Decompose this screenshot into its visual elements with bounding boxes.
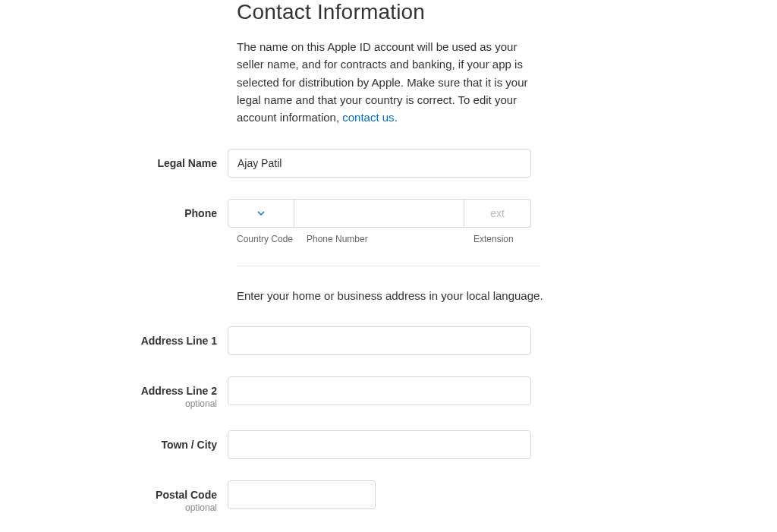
description-text: The name on this Apple ID account will b… [237,38,542,126]
address-line-2-label: Address Line 2 [141,385,217,397]
phone-number-input[interactable] [294,199,464,228]
address-line-1-input[interactable] [228,326,531,355]
legal-name-label: Legal Name [157,157,217,169]
contact-us-link[interactable]: contact us [342,111,394,124]
town-city-label: Town / City [161,439,217,451]
phone-number-sublabel: Phone Number [294,234,464,244]
legal-name-input[interactable] [228,149,531,178]
country-code-sublabel: Country Code [228,234,294,244]
postal-code-input[interactable] [228,480,376,509]
page-title: Contact Information [237,0,777,24]
address-line-1-label: Address Line 1 [141,335,217,347]
phone-ext-input[interactable] [464,199,531,228]
town-city-input[interactable] [228,430,531,459]
address-line-2-input[interactable] [228,376,531,405]
country-code-select[interactable] [228,199,294,228]
chevron-down-icon [256,209,266,218]
postal-code-optional: optional [0,502,217,513]
postal-code-label: Postal Code [156,489,217,501]
extension-sublabel: Extension [464,234,531,244]
address-instruction: Enter your home or business address in y… [237,289,777,302]
phone-label: Phone [184,207,217,219]
description-period: . [395,111,398,124]
section-divider [237,266,540,266]
address-line-2-optional: optional [0,398,217,409]
